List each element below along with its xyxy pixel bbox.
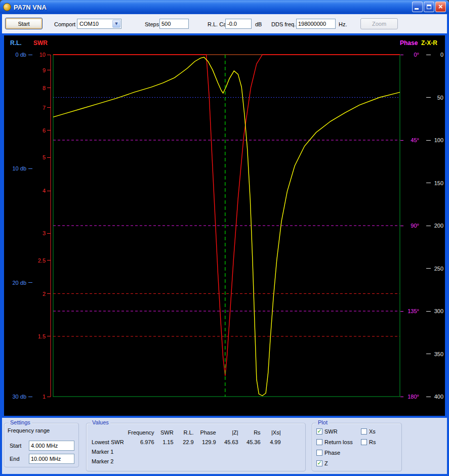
values-col-header: R.L. (175, 427, 195, 437)
checkbox-icon[interactable] (316, 460, 322, 466)
swr-tick-label: 1.5 (30, 333, 46, 340)
values-cell: 4.99 (262, 437, 282, 447)
checkbox-icon[interactable] (316, 450, 322, 456)
values-cell: 6.976 (125, 437, 155, 447)
series-z (53, 57, 400, 396)
checkbox-return-loss[interactable]: Return loss (316, 439, 353, 445)
dds-freq-input[interactable] (296, 19, 336, 29)
maximize-button[interactable] (424, 2, 434, 12)
z-axis-tick (426, 397, 431, 397)
steps-input[interactable] (159, 19, 189, 29)
rl-tick-label: 30 db (6, 393, 26, 400)
swr-axis-tick (47, 233, 51, 234)
vna-chart (4, 35, 445, 416)
swr-axis-tick (47, 130, 51, 131)
values-cell (262, 447, 282, 456)
rl-tick-label: 0 db (6, 51, 26, 58)
checkbox-icon[interactable] (316, 428, 322, 435)
z-axis-tick (426, 268, 431, 269)
values-cell (155, 456, 175, 466)
checkbox-icon[interactable] (316, 439, 322, 445)
z-tick-label: 350 (431, 351, 443, 358)
zoom-button[interactable]: Zoom (360, 18, 398, 29)
z-tick-label: 250 (431, 265, 443, 272)
values-col-header: |Z| (217, 427, 239, 437)
rl-cal-label: R.L. Cal (208, 21, 228, 27)
close-icon: × (438, 3, 443, 10)
plot-options-body: SWRReturn lossPhaseZXsRs (312, 423, 401, 471)
swr-tick-label: 5 (30, 154, 46, 161)
z-axis-tick (426, 183, 431, 183)
start-freq-label: Start (10, 443, 21, 449)
swr-tick-label: 2 (30, 290, 46, 297)
values-cell (239, 447, 262, 456)
values-row-label: Marker 2 (91, 456, 125, 466)
values-cell (217, 456, 239, 466)
phase-tick-label: 90° (404, 222, 419, 229)
values-col-header: Rs (239, 427, 262, 437)
z-tick-label: 150 (431, 180, 443, 187)
start-button[interactable]: Start (5, 18, 43, 29)
maximize-icon (427, 5, 431, 9)
swr-tick-label: 6 (30, 127, 46, 134)
rl-cal-input[interactable] (225, 19, 252, 29)
phase-axis-tick (400, 226, 403, 226)
swr-tick-label: 2.5 (30, 257, 46, 264)
swr-axis-tick (47, 336, 51, 336)
values-row-label: Lowest SWR (91, 437, 125, 447)
swr-axis-tick (47, 107, 51, 108)
values-cell: 45.63 (217, 437, 239, 447)
phase-axis-tick (400, 140, 403, 141)
end-freq-input[interactable] (29, 454, 74, 464)
swr-axis-tick (47, 157, 51, 158)
checkbox-rs[interactable]: Rs (361, 439, 376, 445)
rl-axis-tick (28, 282, 32, 283)
titlebar[interactable]: PA7N VNA × (0, 0, 449, 14)
z-tick-label: 400 (431, 393, 443, 400)
values-cell (175, 447, 195, 456)
swr-tick-label: 8 (30, 84, 46, 92)
z-axis-tick (426, 354, 431, 354)
swr-tick-label: 9 (30, 67, 46, 74)
checkbox-z[interactable]: Z (316, 460, 328, 466)
checkbox-label: Z (324, 460, 328, 466)
rl-tick-label: 20 db (6, 279, 26, 286)
start-freq-input[interactable] (29, 441, 74, 451)
values-cell (175, 456, 195, 466)
series-swr (53, 55, 400, 376)
db-unit-label: dB (255, 21, 262, 27)
dds-freq-label: DDS freq. (271, 21, 296, 27)
minimize-button[interactable] (412, 2, 423, 12)
values-cell (125, 447, 155, 456)
comport-label: Comport (54, 21, 75, 27)
values-cell (262, 456, 282, 466)
phase-tick-label: 45° (404, 137, 419, 144)
swr-axis-tick (47, 293, 51, 294)
z-tick-label: 100 (431, 137, 443, 144)
checkbox-swr[interactable]: SWR (316, 428, 338, 435)
checkbox-label: SWR (324, 428, 338, 435)
toolbar: Start Comport COM10 ▼ Steps R.L. Cal dB … (2, 14, 447, 33)
plot-panel[interactable]: R.L. SWR Phase Z-X-R 0 db10 db20 db30 db… (4, 35, 445, 416)
checkbox-label: Rs (369, 439, 376, 445)
close-button[interactable]: × (435, 2, 446, 12)
settings-caption: Settings (9, 419, 32, 425)
checkbox-icon[interactable] (361, 428, 367, 435)
checkbox-phase[interactable]: Phase (316, 450, 340, 456)
values-cell (239, 456, 262, 466)
z-axis-tick (426, 140, 431, 141)
checkbox-label: Xs (369, 428, 376, 435)
phase-axis-tick (400, 311, 403, 312)
checkbox-xs[interactable]: Xs (361, 428, 376, 435)
swr-tick-label: 10 (30, 51, 46, 58)
comport-select[interactable]: COM10 ▼ (77, 19, 121, 29)
checkbox-icon[interactable] (361, 439, 367, 445)
chevron-down-icon[interactable]: ▼ (112, 20, 120, 28)
swr-axis-tick (47, 397, 51, 397)
settings-group: Settings Frequency range Start End (4, 423, 79, 467)
values-cell (155, 447, 175, 456)
values-cell (195, 456, 217, 466)
swr-tick-label: 7 (30, 104, 46, 111)
comport-selected-value: COM10 (79, 21, 99, 27)
z-tick-label: 50 (431, 94, 443, 101)
